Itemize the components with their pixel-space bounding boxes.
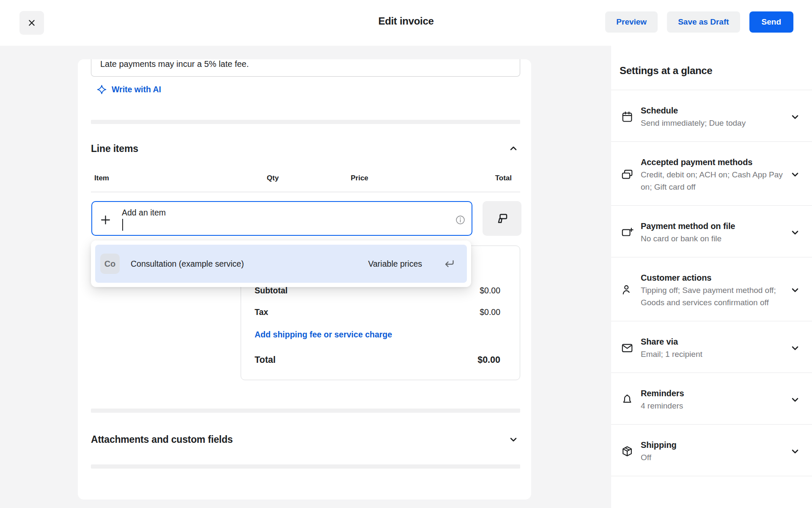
- text-cursor: [122, 219, 123, 231]
- setting-subtitle: No card or bank on file: [641, 232, 784, 245]
- setting-title: Customer actions: [641, 271, 784, 284]
- write-with-ai-label: Write with AI: [112, 85, 161, 94]
- column-item: Item: [94, 174, 109, 182]
- add-shipping-fee-link[interactable]: Add shipping fee or service charge: [255, 330, 392, 340]
- add-item-placeholder: Add an item: [122, 208, 166, 218]
- preview-button[interactable]: Preview: [605, 11, 658, 33]
- payment-cards-icon: [621, 168, 641, 181]
- invoice-form-card: Late payments may incur a 5% late fee. W…: [78, 59, 531, 500]
- subtotal-value: $0.00: [480, 286, 500, 296]
- attachments-header: Attachments and custom fields: [91, 433, 520, 446]
- invoice-message-text: Late payments may incur a 5% late fee.: [91, 59, 520, 69]
- card-plus-icon: [621, 226, 641, 239]
- sidebar-item-shipping[interactable]: Shipping Off: [611, 425, 812, 476]
- total-row: Total $0.00: [255, 355, 500, 365]
- write-with-ai-button[interactable]: Write with AI: [96, 84, 161, 95]
- chevron-down-icon: [790, 227, 800, 237]
- setting-subtitle: Credit, debit on; ACH on; Cash App Pay o…: [641, 168, 784, 193]
- sidebar-item-schedule[interactable]: Schedule Send immediately; Due today: [611, 90, 812, 142]
- attachments-heading: Attachments and custom fields: [91, 434, 233, 445]
- header-actions: Preview Save as Draft Send: [605, 11, 793, 33]
- setting-subtitle: Email; 1 recipient: [641, 348, 784, 360]
- setting-subtitle: Off: [641, 451, 784, 464]
- add-item-input[interactable]: Add an item: [91, 201, 472, 236]
- column-total: Total: [495, 174, 512, 182]
- setting-title: Share via: [641, 335, 784, 348]
- section-divider: [91, 409, 520, 413]
- save-as-draft-button[interactable]: Save as Draft: [667, 11, 740, 33]
- chevron-up-icon: [508, 144, 518, 154]
- setting-title: Payment method on file: [641, 220, 784, 232]
- line-items-column-headers: Item Qty Price Total: [91, 174, 520, 183]
- chevron-down-icon: [790, 285, 800, 295]
- setting-title: Accepted payment methods: [641, 156, 784, 168]
- chevron-down-icon: [790, 395, 800, 405]
- sidebar-item-share-via[interactable]: Share via Email; 1 recipient: [611, 321, 812, 373]
- subtotal-label: Subtotal: [255, 286, 288, 296]
- package-icon: [621, 445, 641, 458]
- total-label: Total: [255, 355, 276, 365]
- bell-icon: [621, 393, 641, 406]
- plus-icon: [100, 215, 111, 225]
- chevron-down-icon: [790, 343, 800, 353]
- setting-title: Reminders: [641, 387, 784, 400]
- column-price: Price: [345, 174, 374, 182]
- calendar-icon: [621, 110, 641, 123]
- envelope-icon: [621, 342, 641, 354]
- sidebar-heading: Settings at a glance: [620, 65, 802, 77]
- item-suggestions-dropdown: Co Consultation (example service) Variab…: [91, 240, 471, 287]
- line-items-heading: Line items: [91, 143, 138, 155]
- info-icon[interactable]: [455, 214, 466, 226]
- expand-attachments-button[interactable]: [507, 433, 520, 446]
- tax-label: Tax: [255, 307, 268, 318]
- total-value: $0.00: [477, 355, 500, 365]
- chevron-down-icon: [790, 446, 800, 456]
- workspace: Late payments may incur a 5% late fee. W…: [0, 46, 812, 508]
- sidebar-item-payment-method-on-file[interactable]: Payment method on file No card or bank o…: [611, 206, 812, 257]
- setting-subtitle: Tipping off; Save payment method off; Go…: [641, 284, 784, 309]
- section-divider: [91, 120, 520, 124]
- item-initials-badge: Co: [100, 254, 120, 274]
- sparkle-icon: [96, 84, 107, 95]
- subtotal-row: Subtotal $0.00: [255, 286, 500, 296]
- setting-title: Schedule: [641, 104, 784, 117]
- setting-title: Shipping: [641, 439, 784, 451]
- line-items-header: Line items: [91, 142, 520, 155]
- tax-value: $0.00: [480, 307, 500, 318]
- return-key-icon: [442, 257, 456, 271]
- chevron-down-icon: [508, 434, 518, 444]
- collapse-line-items-button[interactable]: [507, 142, 520, 155]
- chevron-down-icon: [790, 169, 800, 179]
- sidebar-item-customer-actions[interactable]: Customer actions Tipping off; Save payme…: [611, 257, 812, 321]
- tax-row: Tax $0.00: [255, 307, 500, 318]
- send-button[interactable]: Send: [749, 11, 793, 33]
- barcode-scanner-icon: [495, 212, 509, 225]
- suggestion-row[interactable]: Co Consultation (example service) Variab…: [95, 245, 467, 283]
- barcode-scan-button[interactable]: [483, 201, 521, 236]
- section-divider: [91, 464, 520, 469]
- suggestion-item-name: Consultation (example service): [131, 259, 368, 269]
- setting-subtitle: 4 reminders: [641, 400, 784, 412]
- suggestion-price-label: Variable prices: [368, 259, 422, 269]
- column-header-rule: [91, 192, 520, 192]
- column-qty: Qty: [260, 174, 285, 182]
- sidebar-header: Settings at a glance: [611, 46, 812, 90]
- sidebar-item-reminders[interactable]: Reminders 4 reminders: [611, 373, 812, 425]
- settings-sidebar: Settings at a glance Schedule Send immed…: [611, 46, 812, 508]
- chevron-down-icon: [790, 112, 800, 122]
- person-icon: [621, 284, 641, 296]
- invoice-message-field[interactable]: Late payments may incur a 5% late fee.: [91, 59, 520, 77]
- sidebar-item-accepted-payment-methods[interactable]: Accepted payment methods Credit, debit o…: [611, 142, 812, 206]
- header-bar: Edit invoice Preview Save as Draft Send: [0, 0, 812, 46]
- setting-subtitle: Send immediately; Due today: [641, 117, 784, 129]
